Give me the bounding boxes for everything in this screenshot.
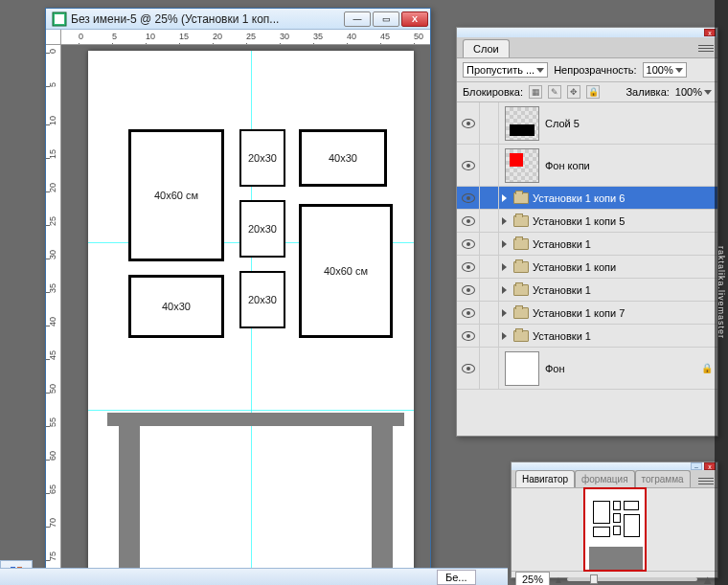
layer-row[interactable]: Установки 1 [457, 325, 717, 348]
layer-name[interactable]: Установки 1 копи [533, 261, 717, 273]
maximize-button[interactable]: ▭ [373, 11, 399, 27]
frame-20x30-2[interactable]: 20х30 [239, 200, 285, 258]
visibility-toggle[interactable] [457, 348, 480, 389]
navigator-preview[interactable] [512, 488, 717, 571]
link-column[interactable] [480, 187, 499, 209]
link-column[interactable] [480, 256, 499, 278]
panel-titlebar[interactable]: x [457, 28, 717, 37]
visibility-toggle[interactable] [457, 279, 480, 301]
layer-row[interactable]: Слой 5 [457, 102, 717, 145]
link-column[interactable] [480, 279, 499, 301]
layer-name[interactable]: Фон копи [545, 160, 717, 171]
folder-icon [513, 215, 529, 227]
ruler-horizontal[interactable]: 05101520253035404550 [61, 30, 430, 45]
layer-row[interactable]: Установки 1 копи [457, 256, 717, 279]
dropdown-icon [675, 68, 683, 73]
minimize-button[interactable]: — [344, 11, 371, 27]
zoom-input[interactable]: 25% [515, 572, 550, 585]
tab-navigator[interactable]: Навигатор [515, 470, 575, 487]
panel-minimize-button[interactable]: – [691, 462, 702, 470]
panel-menu-icon[interactable] [698, 41, 714, 55]
layer-name[interactable]: Установки 1 [533, 238, 717, 250]
navigator-viewport[interactable] [583, 487, 647, 572]
layer-name[interactable]: Фон [545, 363, 700, 374]
ruler-tick: 45 [380, 32, 390, 41]
navigator-tabs: Навигатор формация тограмма [512, 470, 717, 488]
zoom-slider[interactable] [567, 577, 697, 581]
layer-options-row: Пропустить ... Непрозрачность: 100% [457, 58, 717, 82]
layer-name[interactable]: Установки 1 копи 5 [533, 215, 717, 227]
layer-name[interactable]: Слой 5 [545, 118, 717, 129]
canvas-area[interactable]: 40х60 см 20х30 40х30 20х30 40х60 см 20х3… [61, 45, 430, 584]
ruler-tick: 5 [112, 32, 117, 41]
visibility-toggle[interactable] [457, 233, 480, 255]
disclosure-triangle-icon[interactable] [502, 286, 507, 294]
disclosure-triangle-icon[interactable] [502, 332, 507, 340]
layer-name[interactable]: Установки 1 [533, 284, 717, 296]
layer-row[interactable]: Установки 1 копи 5 [457, 210, 717, 233]
link-column[interactable] [480, 348, 499, 389]
taskbar-item[interactable]: Бе... [437, 570, 476, 585]
frame-20x30-3[interactable]: 20х30 [239, 271, 285, 328]
visibility-toggle[interactable] [457, 210, 480, 232]
layer-name[interactable]: Установки 1 [533, 330, 717, 342]
disclosure-triangle-icon[interactable] [502, 194, 507, 202]
link-column[interactable] [480, 102, 499, 144]
layer-row[interactable]: Установки 1 копи 7 [457, 302, 717, 325]
lock-transparent-icon[interactable]: ▦ [529, 85, 542, 99]
frame-20x30-1[interactable]: 20х30 [239, 129, 285, 187]
ruler-vertical[interactable]: 051015202530354045505560657075 [46, 45, 61, 584]
panel-titlebar[interactable]: – x [512, 462, 717, 470]
layer-thumbnail[interactable] [505, 106, 539, 141]
disclosure-triangle-icon[interactable] [502, 263, 507, 271]
visibility-toggle[interactable] [457, 102, 480, 144]
tab-layers[interactable]: Слои [463, 39, 510, 57]
visibility-toggle[interactable] [457, 256, 480, 278]
zoom-out-icon[interactable]: ▲ [554, 574, 563, 585]
layer-thumbnail[interactable] [505, 351, 539, 386]
lock-pixels-icon[interactable]: ✎ [548, 85, 561, 99]
layer-thumbnail[interactable] [505, 148, 539, 183]
titlebar[interactable]: Без имени-5 @ 25% (Установки 1 коп... — … [46, 9, 430, 30]
disclosure-triangle-icon[interactable] [502, 240, 507, 248]
close-button[interactable]: X [401, 11, 428, 27]
frame-40x60-1[interactable]: 40х60 см [128, 129, 224, 261]
document-page[interactable]: 40х60 см 20х30 40х30 20х30 40х60 см 20х3… [88, 51, 414, 584]
link-column[interactable] [480, 302, 499, 324]
opacity-value: 100% [647, 64, 673, 76]
visibility-toggle[interactable] [457, 325, 480, 347]
slider-thumb[interactable] [590, 574, 598, 584]
link-column[interactable] [480, 145, 499, 186]
visibility-toggle[interactable] [457, 302, 480, 324]
disclosure-triangle-icon[interactable] [502, 309, 507, 317]
layers-list[interactable]: Слой 5Фон копиУстановки 1 копи 6Установк… [457, 102, 717, 436]
tab-histogram[interactable]: тограмма [635, 470, 691, 487]
tab-info[interactable]: формация [575, 470, 635, 487]
layer-name[interactable]: Установки 1 копи 6 [533, 192, 717, 204]
fill-input[interactable]: 100% [675, 86, 712, 98]
frame-40x30-2[interactable]: 40х30 [128, 275, 224, 338]
frame-40x60-2[interactable]: 40х60 см [299, 204, 393, 338]
blend-mode-select[interactable]: Пропустить ... [463, 62, 548, 78]
lock-position-icon[interactable]: ✥ [567, 85, 580, 99]
layer-row[interactable]: Установки 1 копи 6 [457, 187, 717, 210]
visibility-toggle[interactable] [457, 187, 480, 209]
link-column[interactable] [480, 233, 499, 255]
ruler-tick: 70 [48, 518, 57, 528]
layer-name[interactable]: Установки 1 копи 7 [533, 307, 717, 319]
panel-menu-icon[interactable] [698, 474, 714, 487]
link-column[interactable] [480, 325, 499, 347]
frame-40x30-1[interactable]: 40х30 [299, 129, 387, 187]
disclosure-triangle-icon[interactable] [502, 217, 507, 225]
opacity-input[interactable]: 100% [643, 62, 687, 78]
link-column[interactable] [480, 210, 499, 232]
lock-all-icon[interactable]: 🔒 [586, 85, 600, 99]
layers-panel: x Слои Пропустить ... Непрозрачность: 10… [456, 27, 718, 437]
zoom-in-icon[interactable]: ▲ [701, 573, 714, 586]
layer-row[interactable]: Установки 1 [457, 279, 717, 302]
layer-row[interactable]: Фон копи [457, 145, 717, 187]
ruler-origin[interactable] [46, 30, 61, 45]
visibility-toggle[interactable] [457, 145, 480, 186]
layer-row[interactable]: Фон🔒 [457, 348, 717, 390]
layer-row[interactable]: Установки 1 [457, 233, 717, 256]
